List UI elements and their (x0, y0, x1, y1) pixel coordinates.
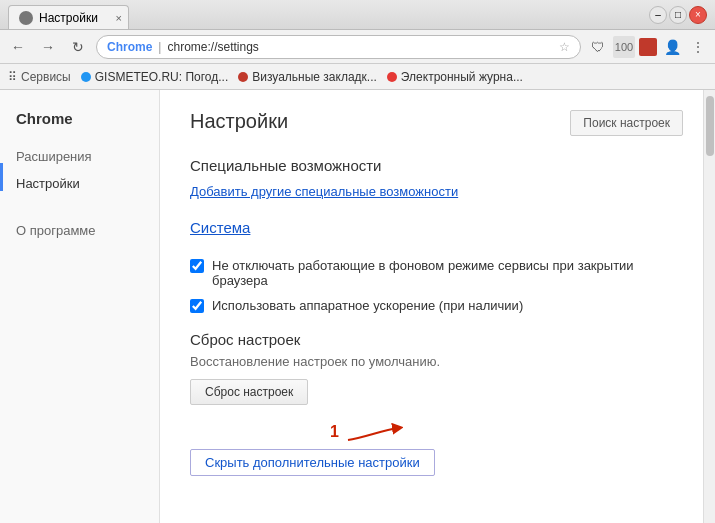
sidebar-item-settings[interactable]: Настройки (0, 170, 159, 197)
bookmark-icon-1 (238, 72, 248, 82)
special-section-title: Специальные возможности (190, 157, 673, 174)
active-tab[interactable]: Настройки × (8, 5, 129, 29)
scrollbar[interactable] (703, 90, 715, 523)
hardware-acceleration-label: Использовать аппаратное ускорение (при н… (212, 298, 523, 313)
score-badge: 100 (613, 36, 635, 58)
sidebar: Chrome Расширения Настройки О программе (0, 90, 160, 523)
reload-icon: ↻ (72, 39, 84, 55)
hide-advanced-settings-link[interactable]: Скрыть дополнительные настройки (190, 449, 435, 476)
maximize-button[interactable]: □ (669, 6, 687, 24)
system-section: Система 1 Не отк (190, 219, 673, 313)
shield-icon: 🛡 (587, 36, 609, 58)
sidebar-item-about[interactable]: О программе (0, 217, 159, 244)
tab-close-button[interactable]: × (115, 12, 121, 24)
sidebar-spacer (0, 197, 159, 217)
back-button[interactable]: ← (6, 35, 30, 59)
content-area: Настройки Поиск настроек Специальные воз… (160, 90, 703, 523)
back-icon: ← (11, 39, 25, 55)
address-url: chrome://settings (167, 40, 258, 54)
addressbar: ← → ↻ Chrome | chrome://settings ☆ 🛡 100… (0, 30, 715, 64)
reload-button[interactable]: ↻ (66, 35, 90, 59)
apps-label: Сервисы (21, 70, 71, 84)
background-services-label: Не отключать работающие в фоновом режиме… (212, 258, 673, 288)
close-window-button[interactable]: × (689, 6, 707, 24)
annotation-number: 1 (330, 423, 339, 441)
extension-icon (639, 38, 657, 56)
reset-settings-button[interactable]: Сброс настроек (190, 379, 308, 405)
bookmark-item-2[interactable]: Электронный журна... (387, 70, 523, 84)
bookmark-star-icon[interactable]: ☆ (559, 40, 570, 54)
bookmark-item-0[interactable]: GISMETEO.RU: Погод... (81, 70, 229, 84)
minimize-button[interactable]: – (649, 6, 667, 24)
menu-icon[interactable]: ⋮ (687, 36, 709, 58)
bookmark-label-2: Электронный журна... (401, 70, 523, 84)
forward-button[interactable]: → (36, 35, 60, 59)
tab-list: Настройки × (8, 0, 129, 29)
window-controls: – □ × (649, 6, 707, 24)
sidebar-active-indicator (0, 163, 3, 191)
sidebar-item-extensions[interactable]: Расширения (0, 143, 159, 170)
toolbar-right: 🛡 100 👤 ⋮ (587, 36, 709, 58)
reset-section: Сброс настроек Восстановление настроек п… (190, 331, 673, 405)
bookmark-icon-2 (387, 72, 397, 82)
sidebar-title: Chrome (0, 110, 159, 143)
settings-tab-icon (19, 11, 33, 25)
bookmark-label-0: GISMETEO.RU: Погод... (95, 70, 229, 84)
checkbox-row-2: Использовать аппаратное ускорение (при н… (190, 298, 673, 313)
annotation-arrow (343, 420, 403, 444)
background-services-checkbox[interactable] (190, 259, 204, 273)
bookmark-icon-0 (81, 72, 91, 82)
scrollbar-thumb[interactable] (706, 96, 714, 156)
chrome-icon: Chrome (107, 40, 152, 54)
titlebar: Настройки × – □ × (0, 0, 715, 30)
reset-section-title: Сброс настроек (190, 331, 673, 348)
checkbox-row-1: Не отключать работающие в фоновом режиме… (190, 258, 673, 288)
address-input[interactable]: Chrome | chrome://settings ☆ (96, 35, 581, 59)
special-features-section: Специальные возможности Добавить другие … (190, 157, 673, 199)
bookmarks-bar: ⠿ Сервисы GISMETEO.RU: Погод... Визуальн… (0, 64, 715, 90)
hardware-acceleration-checkbox[interactable] (190, 299, 204, 313)
bookmark-label-1: Визуальные закладк... (252, 70, 377, 84)
address-separator: | (158, 40, 161, 54)
add-special-features-link[interactable]: Добавить другие специальные возможности (190, 184, 673, 199)
system-section-title[interactable]: Система (190, 219, 250, 236)
tab-label: Настройки (39, 11, 98, 25)
profile-icon[interactable]: 👤 (661, 36, 683, 58)
forward-icon: → (41, 39, 55, 55)
annotation: 1 (330, 420, 403, 444)
apps-button[interactable]: ⠿ Сервисы (8, 70, 71, 84)
search-settings-button[interactable]: Поиск настроек (570, 110, 683, 136)
reset-section-desc: Восстановление настроек по умолчанию. (190, 354, 673, 369)
main-area: Chrome Расширения Настройки О программе … (0, 90, 715, 523)
bookmark-item-1[interactable]: Визуальные закладк... (238, 70, 377, 84)
